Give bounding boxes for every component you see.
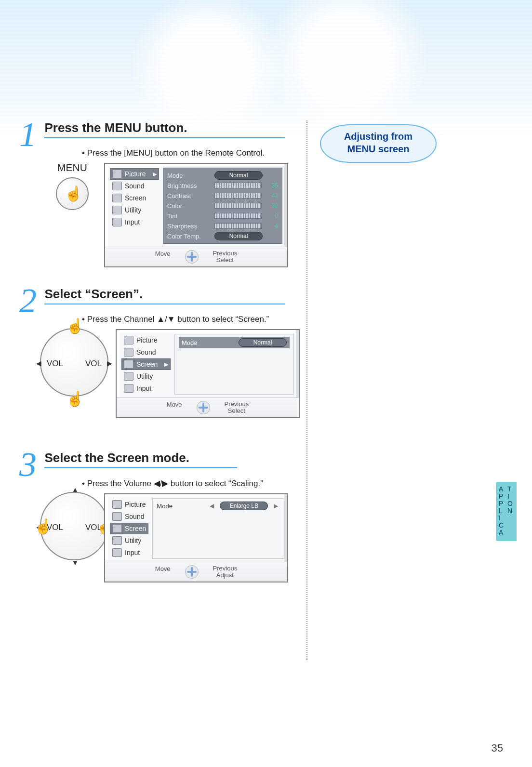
- remote-dpad-illustration: ▲ ▼ ◀ ▶ VOL VOL ☝ ☝: [33, 482, 116, 560]
- osd-menu-item[interactable]: Sound: [110, 180, 159, 192]
- hand-icon: ☝: [66, 317, 84, 334]
- menu-category-icon: [124, 384, 133, 393]
- osd-menu-item[interactable]: Screen: [110, 523, 148, 534]
- step-3: 3 Select the Screen mode. • Press the Vo…: [19, 450, 328, 595]
- step-number: 2: [19, 287, 40, 315]
- menu-category-icon: [112, 536, 122, 545]
- triangle-right-icon[interactable]: ▶: [272, 503, 280, 509]
- dpad-icon: [197, 401, 210, 414]
- side-tab-col1: APPLICA: [499, 486, 505, 536]
- osd-setting-row[interactable]: Sharpness4: [167, 221, 278, 231]
- osd-value: 35: [266, 182, 278, 189]
- osd-slider[interactable]: [214, 183, 262, 188]
- triangle-left-icon[interactable]: ◀: [208, 503, 216, 509]
- osd-setting-row[interactable]: ModeNormal: [179, 337, 290, 348]
- osd-menu-label: Input: [125, 218, 157, 226]
- osd-menu-label: Sound: [125, 182, 157, 190]
- step-1: 1 Press the MENU button. • Press the [ME…: [19, 120, 328, 267]
- osd-foot-move: Move: [155, 250, 171, 264]
- osd-slider[interactable]: [214, 193, 262, 198]
- osd-value-pill: Normal: [214, 171, 263, 180]
- step-number: 1: [19, 120, 40, 148]
- osd-foot-previous: Previous: [213, 565, 238, 572]
- osd-footer: MovePreviousSelect: [105, 247, 287, 266]
- osd-menu-label: Sound: [125, 513, 146, 520]
- menu-category-icon: [124, 372, 133, 381]
- osd-menu-label: Sound: [136, 348, 168, 356]
- osd-menu-label: Screen: [136, 360, 161, 368]
- osd-menu-item[interactable]: Utility: [110, 535, 148, 546]
- triangle-right-icon: ▶: [107, 359, 112, 367]
- osd-setting-row[interactable]: Contrast43: [167, 191, 278, 200]
- osd-foot-select: Select: [228, 408, 245, 414]
- osd-menu-item[interactable]: Utility: [110, 204, 159, 216]
- menu-category-icon: [112, 182, 122, 190]
- osd-setting-row[interactable]: Tint0: [167, 211, 278, 221]
- osd-foot-right: PreviousSelect: [225, 401, 249, 414]
- triangle-down-icon: ▼: [72, 559, 79, 567]
- page-number: 35: [492, 742, 503, 754]
- side-tab-col2: TION: [507, 486, 514, 536]
- menu-category-icon: [124, 360, 133, 369]
- osd-slider[interactable]: [214, 203, 262, 209]
- triangle-left-icon: ◀: [36, 359, 41, 367]
- hand-icon: ☝: [66, 390, 84, 407]
- step-title: Select “Screen”.: [44, 287, 285, 302]
- osd-menu-label: Utility: [136, 372, 168, 380]
- osd-menu-item[interactable]: Screen: [110, 192, 159, 204]
- osd-slider[interactable]: [214, 213, 262, 219]
- osd-setting-key: Mode: [157, 503, 200, 510]
- chevron-right-icon: ▶: [153, 171, 157, 177]
- osd-menu-label: Screen: [125, 525, 146, 532]
- menu-category-icon: [124, 348, 133, 357]
- osd-menu-item[interactable]: Picture▶: [110, 168, 159, 180]
- osd-value: 43: [266, 192, 278, 199]
- osd-menu-item[interactable]: Picture: [121, 334, 171, 346]
- osd-menu-label: Picture: [125, 170, 150, 178]
- hand-icon: ☝: [34, 518, 52, 535]
- osd-value-pill: Enlarge LB: [220, 502, 268, 510]
- osd-menu-item[interactable]: Input: [121, 383, 171, 394]
- section-title-pill: Adjusting from MENU screen: [320, 124, 437, 163]
- dpad-icon: [185, 250, 199, 264]
- osd-value: 0: [266, 212, 278, 219]
- menu-category-icon: [112, 170, 122, 178]
- osd-menu-label: Input: [136, 384, 168, 392]
- steps-column: 1 Press the MENU button. • Press the [ME…: [19, 120, 328, 614]
- osd-setting-row[interactable]: Mode◀Enlarge LB▶: [157, 501, 280, 511]
- osd-foot-select: Select: [216, 257, 234, 264]
- remote-dpad-illustration: ▲ ▼ ◀ ▶ VOL VOL ☝ ☝: [33, 318, 116, 397]
- osd-panel-3: PictureSoundScreenUtilityInputMode◀Enlar…: [104, 493, 288, 582]
- osd-setting-row[interactable]: Color Temp.Normal: [167, 231, 278, 241]
- step-note: • Press the [MENU] button on the Remote …: [82, 148, 328, 158]
- osd-panel-2: PictureSoundScreen▶UtilityInputModeNorma…: [116, 329, 300, 418]
- osd-setting-row[interactable]: Brightness35: [167, 181, 278, 190]
- menu-category-icon: [112, 512, 122, 521]
- osd-menu-item[interactable]: Sound: [110, 511, 148, 522]
- osd-menu-item[interactable]: Input: [110, 547, 148, 558]
- hand-icon: ☝: [65, 185, 82, 202]
- osd-slider[interactable]: [214, 223, 262, 229]
- osd-setting-key: Sharpness: [167, 223, 211, 230]
- step-note: • Press the Volume ◀/▶ button to select …: [82, 478, 328, 489]
- decorative-banner: [0, 0, 532, 135]
- osd-menu-item[interactable]: Utility: [121, 370, 171, 382]
- osd-foot-move: Move: [155, 565, 171, 579]
- osd-menu-item[interactable]: Picture: [110, 499, 148, 510]
- osd-menu-label: Picture: [136, 336, 168, 344]
- osd-footer: MovePreviousSelect: [117, 397, 299, 417]
- osd-footer: MovePreviousAdjust: [105, 562, 287, 582]
- osd-setting-row[interactable]: ModeNormal: [167, 171, 278, 180]
- menu-category-icon: [124, 336, 133, 344]
- osd-foot-right: PreviousAdjust: [213, 565, 238, 579]
- osd-menu-item[interactable]: Input: [110, 216, 159, 228]
- vol-label-right: VOL: [85, 359, 102, 369]
- step-2: 2 Select “Screen”. • Press the Channel ▲…: [19, 287, 328, 431]
- osd-menu-item[interactable]: Screen▶: [121, 358, 171, 370]
- dpad-icon: [185, 565, 199, 579]
- osd-menu-label: Screen: [125, 194, 157, 202]
- osd-setting-row[interactable]: Color32: [167, 201, 278, 211]
- vol-label-left: VOL: [47, 359, 63, 369]
- osd-menu-item[interactable]: Sound: [121, 346, 171, 358]
- side-tab: APPLICA TION: [496, 482, 517, 541]
